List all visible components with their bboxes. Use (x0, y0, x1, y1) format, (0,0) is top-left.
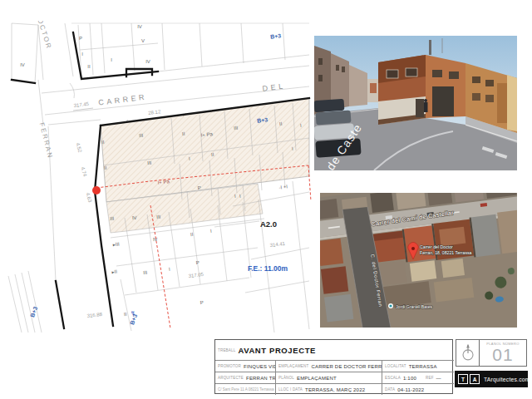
street-view-photo: de Caste (314, 36, 517, 170)
planol-value: EMPLAÇAMENT (297, 376, 337, 381)
doc-type-value: AVANT PROJECTE (238, 346, 316, 355)
escala-cell: ESCALA 1:100 REF — (382, 372, 454, 383)
plan-label: CARRER (98, 92, 148, 106)
plan-label: ▸III (112, 242, 120, 248)
logo-bar: T A TArquitectes.com (455, 371, 528, 387)
emplacament-label: EMPLAÇAMENT (278, 364, 308, 368)
plan-label: P (195, 260, 200, 265)
emplacament-value: CARRER DE DOCTOR FERRAN 18, 20 I 22 (311, 364, 382, 369)
plan-label: ▸II (111, 269, 117, 275)
plan-label: DEL (262, 81, 286, 92)
localitat-label: LOCALITAT (385, 364, 406, 368)
plan-label: 317.05 (188, 272, 204, 278)
data-cell: DATA 04-11-2022 (382, 383, 454, 395)
plan-label: 317.45 (73, 101, 90, 108)
promotor-cell: PROMOTOR FINQUES VIDAL SOMA SL (215, 360, 275, 372)
plan-label: IV (20, 62, 25, 67)
localitat-value: TERRASSA (409, 364, 437, 369)
plan-label: F.E.: 11.00m (248, 264, 288, 273)
plan-label: II (190, 232, 194, 237)
plan-label: 28.12 (148, 109, 161, 116)
doc-type-cell: TREBALL AVANT PROJECTE (215, 340, 454, 360)
ref-label: REF (426, 376, 434, 380)
lloc-data-cell: LLOC I DATA TERRASSA, MARÇ 2022 (275, 383, 382, 395)
data-label: DATA (385, 387, 395, 392)
plan-label: 314.41 (269, 241, 286, 248)
logo-letter-t: T (458, 374, 468, 384)
plan-label: 4.74 (80, 166, 87, 178)
title-block-table: TREBALL AVANT PROJECTE PROMOTOR FINQUES … (214, 339, 453, 394)
doc-type-label: TREBALL (218, 348, 235, 352)
plan-label: IV (137, 24, 142, 29)
plan-label: 4.63 (85, 192, 92, 204)
data-value: 04-11-2022 (397, 387, 424, 392)
plan-label: FERRAN (38, 122, 55, 160)
plan-label: 316.88 (86, 312, 103, 318)
localitat-cell: LOCALITAT TERRASSA (382, 360, 454, 372)
plan-label: III (143, 270, 148, 276)
north-arrow-icon (460, 343, 476, 363)
plan-label: I (81, 52, 83, 57)
plan-label: II (124, 312, 127, 317)
emplacament-cell: EMPLAÇAMENT CARRER DE DOCTOR FERRAN 18, … (275, 360, 382, 372)
north-arrow-cell (456, 339, 480, 367)
arquitecte-label: ARQUITECTE (218, 376, 244, 380)
plan-label: P (200, 300, 204, 305)
sheet-number-cell: PLÀNOL NÚMERO 01 (480, 339, 527, 367)
sheet-number: 01 (492, 346, 513, 363)
ref-value: — (436, 376, 441, 381)
plan-label: 4.52 (75, 142, 82, 154)
arquitecte-adreca: C/ Sant Pere 11 A 08221 Terrassa (BCN) (218, 387, 275, 392)
plan-label: V (141, 38, 145, 43)
aerial-photo: Carrer del Camí de Castellar C. del Doct… (320, 193, 517, 328)
site-marker-dot (92, 186, 101, 195)
plan-label: A2.0 (260, 219, 277, 229)
escala-value: 1:100 (403, 376, 416, 381)
pedestrian (424, 99, 428, 112)
hatched-blocks (101, 98, 309, 233)
planol-label: PLÀNOL (278, 376, 294, 380)
logo-text: TArquitectes.com (484, 377, 530, 382)
plan-label: IV (153, 237, 158, 243)
lloc-data-value: TERRASSA, MARÇ 2022 (305, 387, 365, 392)
pin-address-line1: Carrer del Doctor (420, 244, 453, 249)
arquitecte-value: FERRAN TRIVIÑO CABESTE (246, 376, 275, 381)
arquitecte-cell: ARQUITECTE FERRAN TRIVIÑO CABESTE (215, 372, 275, 383)
plan-label: I (111, 57, 112, 62)
pin-address-line2: Ferran, 18, 08221 Terrassa (420, 250, 472, 255)
logo-letter-a: A (470, 374, 480, 384)
lloc-data-label: LLOC I DATA (278, 387, 303, 392)
plan-label: P (197, 185, 201, 190)
plan-label: II (87, 64, 91, 69)
plan-label: IV (145, 59, 150, 64)
promotor-label: PROMOTOR (218, 364, 241, 368)
place-label: Jordi Granell Bates (396, 304, 433, 309)
promotor-value: FINQUES VIDAL SOMA SL (244, 364, 275, 369)
plan-label: IV (132, 215, 137, 221)
plan-label: I (169, 267, 171, 272)
arquitecte-adreca-cell: C/ Sant Pere 11 A 08221 Terrassa (BCN) (215, 383, 275, 395)
title-block: TREBALL AVANT PROJECTE PROMOTOR FINQUES … (214, 339, 529, 397)
plan-label: I (210, 229, 213, 234)
planol-cell: PLÀNOL EMPLAÇAMENT (275, 372, 382, 383)
plan-label: -I +I (278, 184, 288, 190)
place-marker-icon (388, 303, 393, 308)
plan-label: P (79, 36, 82, 41)
plan-label: B+3 (270, 32, 282, 40)
escala-label: ESCALA (385, 376, 401, 380)
plan-sheet-page: DOCTORFERRANCARRERDEL317.4528.124.524.74… (0, 0, 532, 399)
cadastral-plan: DOCTORFERRANCARRERDEL317.4528.124.524.74… (5, 21, 313, 335)
